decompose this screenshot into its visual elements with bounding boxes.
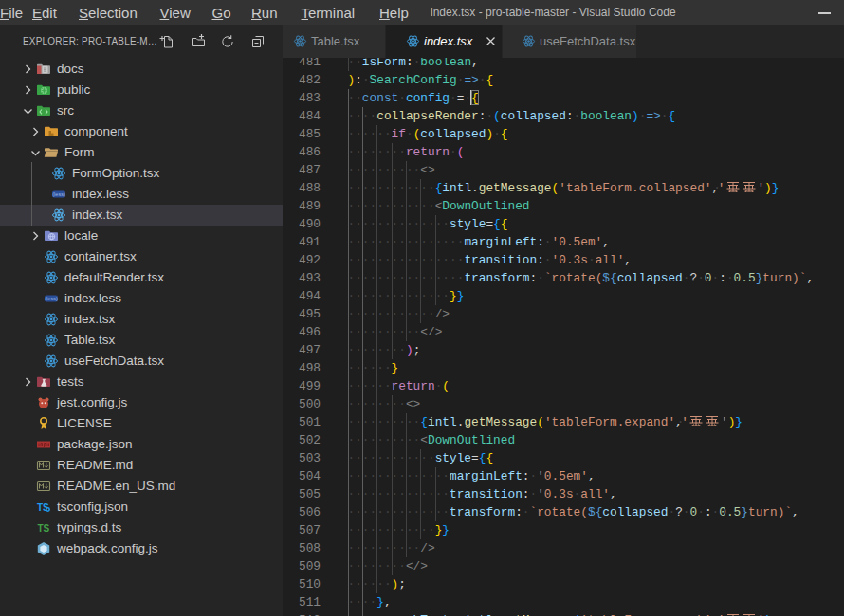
svg-text:(less): (less) [52, 191, 65, 197]
svg-text:TS: TS [38, 522, 50, 533]
svg-text:(less): (less) [45, 296, 58, 301]
